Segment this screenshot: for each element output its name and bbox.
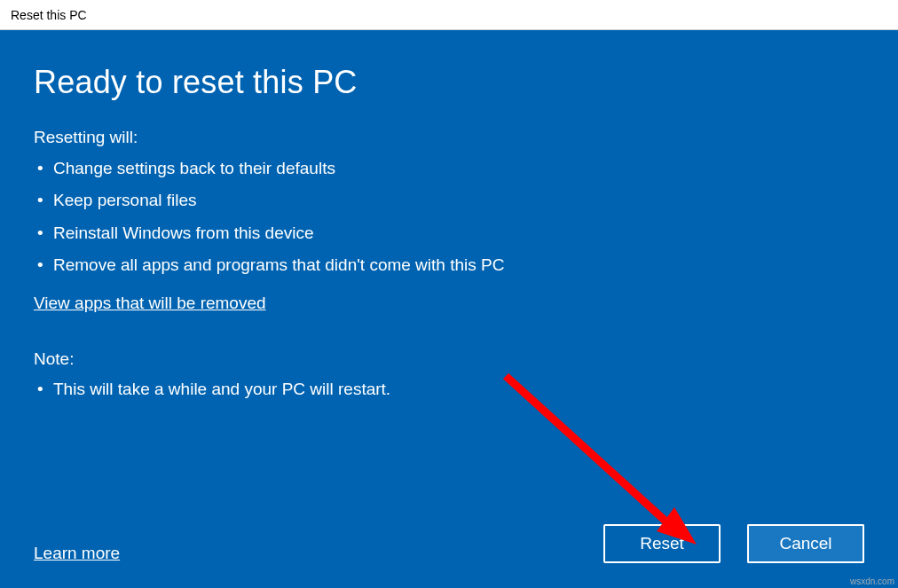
page-heading: Ready to reset this PC <box>34 64 864 101</box>
button-row: Reset Cancel <box>603 524 864 563</box>
watermark: wsxdn.com <box>850 576 894 586</box>
titlebar: Reset this PC <box>0 0 898 30</box>
list-item: Keep personal files <box>35 189 864 213</box>
window-title: Reset this PC <box>11 8 87 22</box>
note-bullets: This will take a while and your PC will … <box>35 378 864 402</box>
list-item: This will take a while and your PC will … <box>35 378 864 402</box>
note-label: Note: <box>34 348 864 372</box>
list-item: Change settings back to their defaults <box>35 157 864 181</box>
view-apps-link[interactable]: View apps that will be removed <box>34 292 266 316</box>
cancel-button[interactable]: Cancel <box>747 524 864 563</box>
learn-more-link[interactable]: Learn more <box>34 544 120 563</box>
resetting-bullets: Change settings back to their defaults K… <box>35 157 864 278</box>
dialog-body: Ready to reset this PC Resetting will: C… <box>0 30 898 588</box>
list-item: Reinstall Windows from this device <box>35 222 864 246</box>
list-item: Remove all apps and programs that didn't… <box>35 254 864 278</box>
resetting-label: Resetting will: <box>34 126 864 150</box>
footer: Learn more Reset Cancel <box>34 524 864 563</box>
reset-button[interactable]: Reset <box>603 524 721 563</box>
content: Resetting will: Change settings back to … <box>34 126 864 411</box>
note-section: Note: This will take a while and your PC… <box>34 348 864 402</box>
